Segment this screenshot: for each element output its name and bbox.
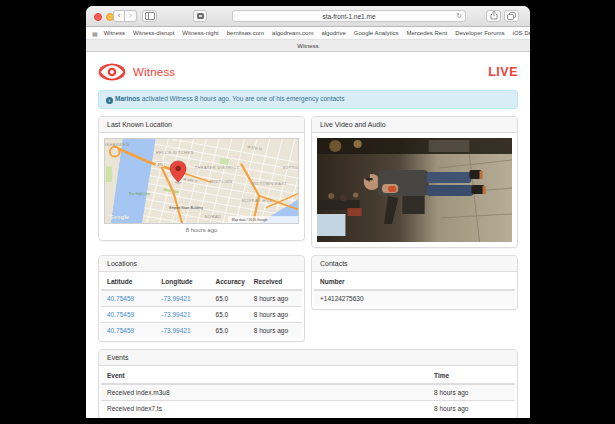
- share-button[interactable]: [486, 10, 501, 22]
- tab-bar: Witness: [86, 40, 530, 52]
- bookmark-item[interactable]: Google Analytics: [354, 30, 399, 36]
- col-latitude: Latitude: [101, 274, 155, 290]
- table-row: Received index7.ts8 hours ago: [101, 401, 515, 417]
- bookmark-item[interactable]: Witness-disrupt: [133, 30, 174, 36]
- table-row: +14124275630: [314, 290, 515, 306]
- events-table: Event Time Received index.m3u88 hours ag…: [101, 368, 515, 416]
- route-495-shield: 495: [157, 163, 163, 167]
- table-link-cell[interactable]: -73.99421: [155, 323, 209, 339]
- sidebar-icon: [145, 12, 155, 20]
- contacts-table: Number +14124275630: [314, 274, 515, 306]
- table-cell: 8 hours ago: [248, 307, 302, 323]
- bookmarks-grid-icon[interactable]: ▦: [92, 30, 98, 37]
- witness-eye-logo: [98, 62, 126, 82]
- bookmark-item[interactable]: Mercedes Rent: [407, 30, 448, 36]
- back-button[interactable]: ‹: [113, 10, 125, 22]
- extension-icon: [197, 13, 204, 19]
- share-icon: [490, 11, 498, 20]
- brand-name[interactable]: Witness: [133, 66, 175, 78]
- table-cell: 8 hours ago: [428, 401, 515, 417]
- table-cell: 65.0: [210, 307, 248, 323]
- browser-window: ‹ › sta-front-1.ne1.me ↻ ▦ WitnessWitnes…: [86, 6, 530, 418]
- table-cell: 8 hours ago: [428, 384, 515, 401]
- table-row: 40.75459-73.9942165.08 hours ago: [101, 290, 302, 307]
- bookmark-item[interactable]: Witness-night: [182, 30, 218, 36]
- url-text: sta-front-1.ne1.me: [322, 13, 375, 20]
- panel-contacts: Contacts Number +14124275630: [311, 255, 518, 310]
- panel-title: Live Video and Audio: [312, 117, 517, 133]
- tab-witness[interactable]: Witness: [297, 43, 318, 49]
- map-label-midtown: MIDTOWN: [210, 179, 232, 184]
- table-cell: 65.0: [210, 323, 248, 339]
- table-row: Received index.m3u88 hours ago: [101, 384, 515, 401]
- col-event: Event: [101, 368, 428, 384]
- alert-username: Marinos: [115, 95, 140, 102]
- table-link-cell[interactable]: 40.75459: [101, 307, 155, 323]
- table-row: 40.75459-73.9942165.08 hours ago: [101, 323, 302, 339]
- table-cell: +14124275630: [314, 290, 515, 306]
- table-cell: 8 hours ago: [248, 290, 302, 307]
- col-number: Number: [314, 274, 515, 290]
- panel-title: Last Known Location: [99, 117, 304, 133]
- table-row: 40.75459-73.9942165.08 hours ago: [101, 307, 302, 323]
- browser-toolbar: ‹ › sta-front-1.ne1.me ↻: [86, 6, 530, 27]
- tab-overview-icon: [507, 12, 516, 20]
- bookmarks-bar: ▦ WitnessWitness-disruptWitness-nightber…: [86, 27, 530, 40]
- panel-title: Events: [99, 350, 517, 366]
- table-cell: 8 hours ago: [248, 323, 302, 339]
- site-header: Witness LIVE: [98, 59, 518, 85]
- map-label-weehawken: WEEHAWKEN: [104, 142, 129, 147]
- panel-locations: Locations Latitude Longitude Accuracy Re…: [98, 255, 305, 342]
- panel-last-known-location: Last Known Location: [98, 116, 305, 241]
- bookmark-item[interactable]: bernitsas.com: [227, 30, 264, 36]
- map-label-hells-kitchen: HELL'S KITCHEN: [156, 150, 194, 155]
- activation-alert: iMarinos activated Witness 8 hours ago. …: [98, 90, 518, 109]
- locations-table: Latitude Longitude Accuracy Received 40.…: [101, 274, 302, 338]
- tab-overview-button[interactable]: [504, 10, 519, 22]
- info-icon: i: [106, 97, 113, 104]
- alert-message: activated Witness 8 hours ago. You are o…: [140, 95, 345, 102]
- table-cell: Received index.m3u8: [101, 384, 428, 401]
- table-cell: Received index7.ts: [101, 401, 428, 417]
- panel-live-video: Live Video and Audio: [311, 116, 518, 248]
- google-watermark: Google: [109, 214, 130, 220]
- panel-events: Events Event Time Received index.m3u88 h…: [98, 349, 518, 418]
- map-attribution: Map data ©2015 Google: [232, 218, 268, 222]
- col-received: Received: [248, 274, 302, 290]
- panel-title: Contacts: [312, 256, 517, 272]
- map-label-midtown-east: MIDTOWN EAST: [251, 181, 287, 186]
- bookmark-item[interactable]: algodream.com: [272, 30, 313, 36]
- map-image[interactable]: 495 WEEHAWKEN HELL'S KITCHEN THEATER DIS…: [104, 138, 299, 224]
- map-label-theater-district: THEATER DISTRICT: [195, 165, 240, 170]
- map-label-high-line: The High Line: [128, 192, 150, 196]
- table-link-cell[interactable]: 40.75459: [101, 323, 155, 339]
- sidebar-button[interactable]: [142, 10, 157, 22]
- table-link-cell[interactable]: -73.99421: [155, 290, 209, 307]
- page-content: Witness LIVE iMarinos activated Witness …: [86, 52, 530, 418]
- table-link-cell[interactable]: 40.75459: [101, 290, 155, 307]
- bookmark-item[interactable]: iOS Dev Cen…le Developer: [513, 30, 530, 36]
- col-longitude: Longitude: [155, 274, 209, 290]
- table-cell: 65.0: [210, 290, 248, 307]
- forward-button[interactable]: ›: [125, 10, 137, 22]
- bookmark-item[interactable]: algodrive: [321, 30, 345, 36]
- map-label-empire-state: Empire State Building: [169, 206, 203, 210]
- address-bar[interactable]: sta-front-1.ne1.me ↻: [232, 10, 466, 22]
- col-time: Time: [428, 368, 515, 384]
- close-window-button[interactable]: [94, 13, 102, 21]
- map-label-nomad: NOMAD: [204, 214, 221, 219]
- bookmark-item[interactable]: Developer Forums: [455, 30, 504, 36]
- live-badge: LIVE: [488, 65, 518, 79]
- table-link-cell[interactable]: -73.99421: [155, 307, 209, 323]
- refresh-icon[interactable]: ↻: [456, 12, 462, 20]
- extension-button[interactable]: [193, 10, 207, 22]
- map-timestamp: 8 hours ago: [104, 227, 299, 233]
- nav-buttons: ‹ ›: [113, 10, 137, 22]
- map-label-murray-hill: MURRAY HILL: [241, 198, 272, 203]
- panel-title: Locations: [99, 256, 304, 272]
- bookmark-item[interactable]: Witness: [104, 30, 125, 36]
- video-frame[interactable]: [317, 138, 512, 242]
- map-label-sutton-place: SUTTON PLACE: [282, 165, 299, 170]
- col-accuracy: Accuracy: [210, 274, 248, 290]
